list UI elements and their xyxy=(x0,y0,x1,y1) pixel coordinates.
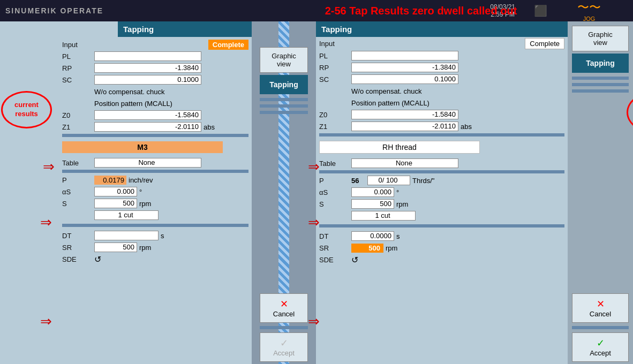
middle-sep3 xyxy=(260,111,308,114)
z1-input[interactable]: -2.0110 xyxy=(94,122,201,132)
right-form: Input Complete PL RP -1.3840 SC 0.1000 xyxy=(316,37,568,267)
accept-check-icon: ✓ xyxy=(262,337,305,349)
arrow-m3: ⇒ xyxy=(43,158,55,175)
right-table-input[interactable]: None xyxy=(351,158,458,168)
right-rp-input[interactable]: -1.3840 xyxy=(351,63,458,72)
right-sep2 xyxy=(319,170,564,173)
arrow-p: ⇒ xyxy=(40,214,52,231)
right-sc-label: SC xyxy=(319,75,351,84)
right-p-value1: 56 xyxy=(351,177,367,185)
p-input[interactable]: 0.0179 xyxy=(94,176,126,185)
right-sr-input[interactable]: 500 xyxy=(351,244,383,253)
right-panel: Tapping Input Complete PL RP -1.3840 xyxy=(316,21,568,364)
far-right-sidebar: Graphic view Tapping ✕ Cancel ✓ Accept xyxy=(568,21,633,364)
left-tapping-header: Tapping xyxy=(118,21,252,37)
right-pl-input[interactable] xyxy=(351,51,458,60)
right-z0-input[interactable]: -1.5840 xyxy=(351,110,458,119)
middle-sep4 xyxy=(260,326,308,329)
far-right-accept-check-icon: ✓ xyxy=(575,337,626,349)
header-annotation: 2-56 Tap Results zero dwell called out xyxy=(214,5,628,17)
pl-label: PL xyxy=(62,52,94,60)
right-z0-label: Z0 xyxy=(319,111,351,119)
far-right-tapping-btn[interactable]: Tapping xyxy=(572,54,629,73)
table-input[interactable]: None xyxy=(94,158,201,168)
separator3 xyxy=(62,224,248,227)
right-cuts-input[interactable]: 1 cut xyxy=(351,211,416,221)
separator1 xyxy=(62,134,248,137)
current-results-text: current results xyxy=(3,101,50,119)
s-label: S xyxy=(62,200,94,208)
rp-label: RP xyxy=(62,64,94,72)
table-label: Table xyxy=(62,159,94,167)
right-z1-label: Z1 xyxy=(319,123,351,131)
left-form: Input Complete PL RP -1.3840 xyxy=(59,38,252,267)
sr-input[interactable]: 500 xyxy=(94,242,137,252)
current-results-circle: current results xyxy=(1,91,52,128)
rp-input[interactable]: -1.3840 xyxy=(94,63,201,73)
main-container: Tapping Input Complete PL RP xyxy=(0,21,633,364)
right-s-input[interactable]: 500 xyxy=(351,199,394,209)
app-title: SINUMERIK OPERATE xyxy=(5,6,103,15)
far-right-graphic-btn[interactable]: Graphic view xyxy=(572,26,629,51)
right-p-label: P xyxy=(319,177,351,185)
sde-label: SDE xyxy=(62,255,94,263)
pl-input[interactable] xyxy=(94,51,201,61)
far-right-sep4 xyxy=(572,326,629,329)
right-p-unit: Thrds/" xyxy=(412,177,434,185)
as-unit: ° xyxy=(139,188,142,196)
right-tapping-header: Tapping xyxy=(316,21,568,37)
right-sep1 xyxy=(319,133,564,136)
right-p-input[interactable]: 0/ 100 xyxy=(367,176,410,185)
right-pattern-label: Position pattern (MCALL) xyxy=(351,99,429,107)
p-label: P xyxy=(62,176,94,184)
right-sr-unit: rpm xyxy=(386,244,397,252)
s-unit: rpm xyxy=(139,200,151,208)
middle-sep2 xyxy=(260,104,308,108)
far-right-accept-btn[interactable]: ✓ Accept xyxy=(572,332,629,362)
chuck-label: W/o compensat. chuck xyxy=(94,88,165,96)
as-label: αS xyxy=(62,188,94,196)
middle-strip: Graphic view Tapping ✕ Cancel ✓ Accept xyxy=(252,21,316,364)
right-input-value: Complete xyxy=(525,38,564,49)
dt-unit: s xyxy=(161,232,164,240)
middle-graphic-view-btn[interactable]: Graphic view xyxy=(260,47,308,73)
right-chuck-label: W/o compensat. chuck xyxy=(351,87,422,95)
far-right-cancel-btn[interactable]: ✕ Cancel xyxy=(572,293,629,323)
right-dt-input[interactable]: 0.0000 xyxy=(351,231,394,241)
z1-unit: abs xyxy=(204,123,215,131)
right-z1-input[interactable]: -2.0110 xyxy=(351,122,458,131)
cancel-label: Cancel xyxy=(262,310,305,318)
far-right-accept-label: Accept xyxy=(575,349,626,357)
right-sr-label: SR xyxy=(319,244,351,252)
far-right-sep1 xyxy=(572,77,629,80)
as-input[interactable]: 0.000 xyxy=(94,187,137,196)
right-as-input[interactable]: 0.000 xyxy=(351,187,394,197)
right-arrow-thread: ⇒ xyxy=(308,158,320,175)
sde-value: ↺ xyxy=(94,254,101,264)
right-as-unit: ° xyxy=(396,188,399,196)
left-panel: Tapping Input Complete PL RP xyxy=(0,21,252,364)
pattern-label: Position pattern (MCALL) xyxy=(94,100,172,108)
middle-tapping-btn[interactable]: Tapping xyxy=(260,75,308,94)
cuts-input[interactable]: 1 cut xyxy=(94,210,159,220)
far-right-sep2 xyxy=(572,83,629,86)
middle-sep1 xyxy=(260,98,308,101)
right-dt-label: DT xyxy=(319,232,351,240)
sr-label: SR xyxy=(62,244,94,252)
far-right-sep3 xyxy=(572,89,629,93)
z0-input[interactable]: -1.5840 xyxy=(94,110,201,120)
right-as-label: αS xyxy=(319,188,351,196)
z0-label: Z0 xyxy=(62,111,94,119)
dt-input[interactable] xyxy=(94,231,159,240)
right-sc-input[interactable]: 0.1000 xyxy=(351,74,458,84)
spindle-value: M3 xyxy=(62,141,223,153)
middle-cancel-btn[interactable]: ✕ Cancel xyxy=(260,293,308,323)
right-table-label: Table xyxy=(319,160,351,168)
sc-input[interactable]: 0.1000 xyxy=(94,75,201,85)
s-input[interactable]: 500 xyxy=(94,199,137,208)
right-z1-unit: abs xyxy=(461,123,472,131)
middle-accept-btn[interactable]: ✓ Accept xyxy=(260,332,308,362)
sr-unit: rpm xyxy=(139,244,151,252)
right-dt-unit: s xyxy=(396,232,400,240)
p-unit: inch/rev xyxy=(129,176,153,184)
